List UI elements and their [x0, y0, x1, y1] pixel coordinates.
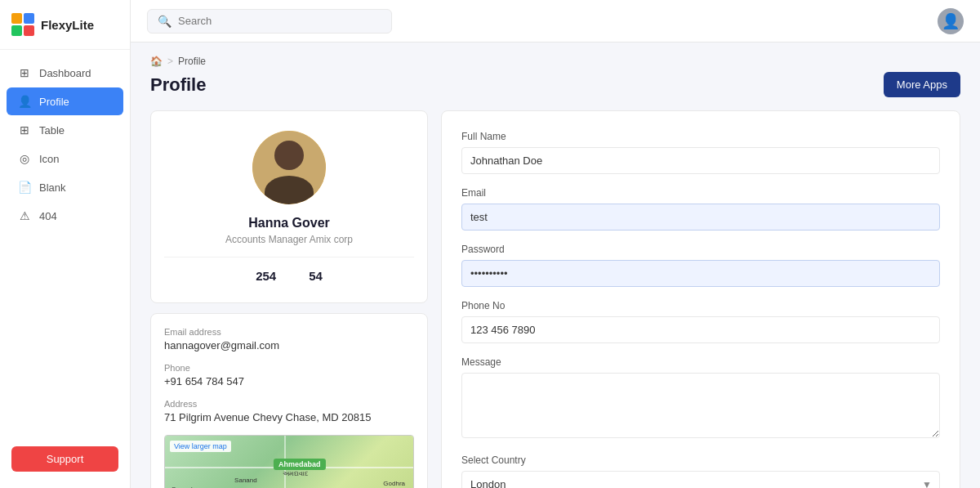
avatar-silhouette	[252, 131, 326, 204]
email-info-row: Email address hannagover@gmail.com	[164, 327, 414, 351]
circle-icon: ◎	[18, 152, 31, 165]
more-apps-button[interactable]: More Apps	[884, 72, 960, 97]
map-view-link[interactable]: View larger map	[170, 441, 231, 452]
support-button[interactable]: Support	[11, 446, 118, 472]
profile-layout: Hanna Gover Accounts Manager Amix corp 2…	[150, 110, 960, 488]
sidebar-item-table[interactable]: ⊞ Table	[7, 116, 123, 144]
sidebar-item-404[interactable]: ⚠ 404	[7, 202, 123, 230]
sidebar-label-404: 404	[39, 210, 57, 222]
password-input[interactable]	[461, 260, 940, 287]
phone-input[interactable]	[461, 316, 940, 343]
svg-rect-2	[11, 25, 22, 36]
file-icon: 📄	[18, 181, 31, 194]
table-icon: ⊞	[18, 123, 31, 137]
password-group: Password	[461, 244, 940, 287]
map-city-gujarati: અમદાવાદ	[283, 470, 308, 478]
stat2-value: 54	[309, 269, 323, 283]
page-title: Profile	[150, 74, 206, 96]
search-bar: 🔍	[147, 9, 392, 34]
map-placeholder: Ahmedabad અમદાવાદ Surendranagar Godhra S…	[164, 435, 414, 488]
header: 🔍 👤	[131, 0, 980, 43]
info-card: Email address hannagover@gmail.com Phone…	[150, 313, 428, 488]
address-info-value: 71 Pilgrim Avenue Chevy Chase, MD 20815	[164, 411, 414, 423]
stat1: 254	[256, 269, 276, 283]
phone-info-row: Phone +91 654 784 547	[164, 363, 414, 387]
search-input[interactable]	[178, 15, 381, 27]
svg-rect-0	[11, 13, 22, 24]
profile-card: Hanna Gover Accounts Manager Amix corp 2…	[150, 110, 428, 303]
select-wrapper: London United States India Canada Austra…	[461, 471, 940, 488]
stat1-value: 254	[256, 269, 276, 283]
message-label: Message	[461, 356, 940, 368]
sidebar-label-icon: Icon	[39, 153, 60, 165]
main-area: 🔍 👤 🏠 > Profile Profile More Apps	[131, 0, 980, 488]
phone-info-value: +91 654 784 547	[164, 375, 414, 387]
nav-items: ⊞ Dashboard 👤 Profile ⊞ Table ◎ Icon 📄 B…	[0, 50, 130, 438]
email-label: Email	[461, 187, 940, 199]
map-inner: Ahmedabad અમદાવાદ Surendranagar Godhra S…	[165, 436, 413, 488]
phone-info-label: Phone	[164, 363, 414, 373]
sidebar-item-icon[interactable]: ◎ Icon	[7, 145, 123, 172]
header-right: 👤	[938, 8, 964, 34]
logo-icon	[11, 13, 34, 36]
avatar: 👤	[938, 8, 964, 34]
address-info-row: Address 71 Pilgrim Avenue Chevy Chase, M…	[164, 399, 414, 423]
sidebar-label-blank: Blank	[39, 181, 66, 194]
triangle-icon: ⚠	[18, 209, 31, 222]
breadcrumb-separator: >	[167, 56, 173, 67]
person-icon: 👤	[18, 95, 31, 108]
message-textarea[interactable]	[461, 373, 940, 438]
email-info-label: Email address	[164, 327, 414, 337]
grid-icon: ⊞	[18, 66, 31, 79]
app-name: FlexyLite	[41, 18, 94, 32]
profile-role: Accounts Manager Amix corp	[164, 234, 414, 245]
full-name-input[interactable]	[461, 147, 940, 174]
map-sanand: Sanand	[234, 477, 257, 484]
sidebar-item-profile[interactable]: 👤 Profile	[7, 87, 123, 115]
sidebar-label-profile: Profile	[39, 96, 69, 108]
breadcrumb-current: Profile	[178, 56, 206, 67]
stat2: 54	[309, 269, 323, 283]
svg-rect-3	[24, 25, 34, 36]
phone-group: Phone No	[461, 300, 940, 343]
country-select[interactable]: London United States India Canada Austra…	[461, 471, 940, 488]
profile-name: Hanna Gover	[164, 216, 414, 231]
sidebar-item-blank[interactable]: 📄 Blank	[7, 173, 123, 201]
profile-stats: 254 54	[164, 257, 414, 283]
message-group: Message	[461, 356, 940, 441]
full-name-label: Full Name	[461, 131, 940, 142]
sidebar: FlexyLite ⊞ Dashboard 👤 Profile ⊞ Table …	[0, 0, 131, 488]
phone-label: Phone No	[461, 300, 940, 311]
sidebar-item-dashboard[interactable]: ⊞ Dashboard	[7, 59, 123, 87]
map-godhra: Godhra	[383, 480, 405, 487]
page-header-row: Profile More Apps	[150, 72, 960, 97]
country-label: Select Country	[461, 454, 940, 466]
content: 🏠 > Profile Profile More Apps Hanna Gove…	[131, 43, 980, 488]
breadcrumb: 🏠 > Profile	[150, 56, 960, 67]
home-icon[interactable]: 🏠	[150, 56, 163, 67]
email-group: Email	[461, 187, 940, 231]
logo-area: FlexyLite	[0, 0, 130, 50]
address-info-label: Address	[164, 399, 414, 409]
search-icon: 🔍	[158, 15, 172, 28]
avatar-circle	[252, 131, 326, 204]
full-name-group: Full Name	[461, 131, 940, 174]
sidebar-label-table: Table	[39, 124, 65, 137]
email-input[interactable]	[461, 204, 940, 231]
left-panel: Hanna Gover Accounts Manager Amix corp 2…	[150, 110, 428, 488]
password-label: Password	[461, 244, 940, 255]
map-city-label: Ahmedabad	[274, 459, 326, 470]
email-info-value: hannagover@gmail.com	[164, 339, 414, 351]
right-panel: Full Name Email Password Phone No Messag…	[441, 110, 960, 488]
svg-rect-1	[24, 13, 34, 24]
country-group: Select Country London United States Indi…	[461, 454, 940, 488]
sidebar-label-dashboard: Dashboard	[39, 67, 91, 79]
